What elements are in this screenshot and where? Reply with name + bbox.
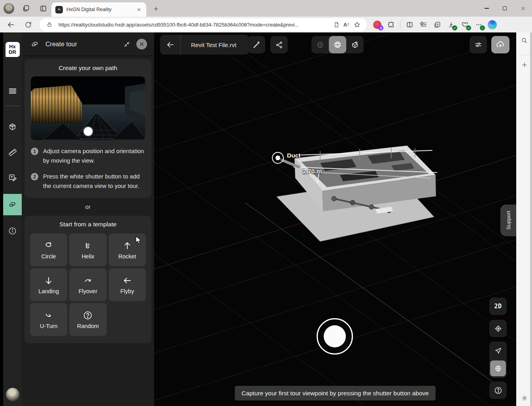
- back-button[interactable]: [160, 35, 181, 55]
- view-settings-button[interactable]: [470, 36, 487, 53]
- template-label: Helix: [81, 253, 94, 260]
- tour-panel-header: Create tour: [22, 32, 154, 56]
- sliders-icon: [474, 40, 483, 49]
- user-avatar[interactable]: [6, 388, 19, 401]
- 3d-viewport[interactable]: Revit Test File.rvt: [154, 32, 516, 406]
- template-flyover-button[interactable]: Flyover: [69, 268, 106, 301]
- browser-tab[interactable]: HxGN Digital Reality: [51, 2, 146, 17]
- shutter-inner-circle: [324, 325, 346, 347]
- downloads-icon[interactable]: ✓: [446, 20, 456, 29]
- favorites-list-icon[interactable]: [419, 20, 428, 29]
- browser-refresh-icon[interactable]: [22, 19, 34, 30]
- template-label: Rocket: [118, 253, 136, 260]
- template-label: Landing: [38, 288, 59, 294]
- duct-annotation-marker[interactable]: [272, 152, 284, 164]
- collapse-panel-icon[interactable]: [121, 38, 133, 50]
- browser-essentials-icon[interactable]: ✓: [460, 20, 470, 29]
- model-mode-button[interactable]: [346, 36, 364, 53]
- sidebar-divider: [519, 55, 530, 55]
- arrow-left-icon: [122, 275, 132, 286]
- template-label: Circle: [42, 253, 56, 260]
- step-2-text: Press the white shutter button to add th…: [43, 172, 146, 191]
- help-button[interactable]: [489, 381, 507, 399]
- collections-icon[interactable]: [432, 20, 442, 29]
- template-label: Flyover: [79, 288, 98, 294]
- shutter-button[interactable]: [317, 318, 353, 355]
- annotation-label: Duct: [287, 152, 300, 159]
- extension-red-icon[interactable]: 3: [372, 20, 382, 29]
- rail-divider: [6, 106, 20, 106]
- extensions-puzzle-icon[interactable]: [386, 20, 396, 29]
- window-edge: [530, 32, 532, 406]
- download-button[interactable]: [491, 36, 509, 53]
- 2d-label: 2D: [494, 303, 502, 310]
- panel-title: Create tour: [45, 41, 121, 48]
- mesh-mode-button[interactable]: [329, 36, 346, 53]
- edge-sidebar: [516, 32, 532, 406]
- cloud-download-icon: [496, 40, 505, 49]
- step-1: 1 Adjust camera position and orientation…: [31, 146, 146, 165]
- sidebar-item-info[interactable]: [3, 222, 22, 240]
- window-close-icon[interactable]: [514, 0, 532, 17]
- window-minimize-icon[interactable]: [477, 0, 496, 17]
- arc-over-icon: [83, 275, 93, 286]
- help-icon: [494, 386, 503, 395]
- locate-button[interactable]: [489, 320, 507, 337]
- template-random-button[interactable]: Random: [69, 303, 106, 336]
- template-flyby-button[interactable]: Flyby: [109, 268, 146, 301]
- share-button[interactable]: [270, 36, 288, 53]
- arrow-down-icon: [43, 275, 54, 286]
- share-icon: [275, 41, 283, 49]
- browser-profile-avatar[interactable]: [4, 3, 14, 14]
- hxdr-logo[interactable]: Hx DR: [6, 42, 20, 57]
- browser-back-icon[interactable]: [5, 19, 17, 30]
- template-grid: Circle Helix Rocket Landing: [25, 228, 151, 343]
- template-uturn-button[interactable]: U-Turn: [30, 303, 67, 336]
- toggle-2d-button[interactable]: 2D: [489, 298, 507, 315]
- sidebar-item-layers[interactable]: [3, 118, 22, 136]
- window-maximize-icon[interactable]: [496, 0, 514, 17]
- point-cloud-mode-button[interactable]: [311, 36, 329, 53]
- page-actions-icon[interactable]: [331, 19, 341, 30]
- render-mode-switcher: [311, 36, 364, 53]
- template-label: U-Turn: [40, 323, 58, 329]
- read-aloud-icon[interactable]: A: [341, 19, 352, 30]
- sidebar-item-measure[interactable]: [3, 143, 22, 161]
- tab-actions-icon[interactable]: [39, 4, 47, 13]
- tab-close-icon[interactable]: [135, 6, 142, 13]
- toolbar-divider: [400, 21, 400, 28]
- workspaces-icon[interactable]: [22, 4, 30, 13]
- magic-wand-button[interactable]: [248, 36, 265, 53]
- model-box-icon: [351, 40, 359, 49]
- template-landing-button[interactable]: Landing: [30, 268, 67, 301]
- step-1-number: 1: [31, 148, 38, 155]
- split-screen-icon[interactable]: [405, 20, 414, 29]
- navigation-mode-group: [489, 341, 507, 378]
- main-menu-button[interactable]: [3, 82, 22, 100]
- url-text[interactable]: https://realitycloudstudio.hxdr.app/asse…: [58, 22, 331, 28]
- favorite-star-icon[interactable]: [352, 19, 362, 30]
- lock-icon[interactable]: [44, 19, 55, 30]
- circle-orbit-icon: [43, 241, 54, 251]
- logo-line1: Hx: [9, 44, 16, 49]
- new-tab-icon[interactable]: [151, 4, 160, 13]
- sidebar-settings-gear-icon[interactable]: [520, 393, 529, 403]
- support-tab[interactable]: Support: [500, 205, 516, 236]
- sidebar-item-annotate[interactable]: [3, 169, 22, 187]
- step-2: 2 Press the white shutter button to add …: [31, 172, 146, 191]
- settings-menu-icon[interactable]: ↑: [474, 20, 483, 29]
- update-badge: ↑: [480, 25, 485, 30]
- sidebar-add-icon[interactable]: [520, 60, 529, 70]
- copilot-icon[interactable]: [488, 20, 497, 29]
- essentials-check-badge: ✓: [466, 25, 471, 30]
- sidebar-search-icon[interactable]: [520, 36, 529, 45]
- orbit-navigation-button[interactable]: [490, 360, 506, 376]
- thumbnail-shutter-dot: [84, 127, 92, 136]
- template-card: Start from a template Circle Helix Rocke…: [25, 216, 151, 343]
- template-circle-button[interactable]: Circle: [30, 233, 67, 266]
- url-bar[interactable]: https://realitycloudstudio.hxdr.app/asse…: [40, 18, 367, 31]
- template-helix-button[interactable]: Helix: [69, 233, 106, 266]
- fly-navigation-button[interactable]: [489, 341, 507, 360]
- close-panel-button[interactable]: [136, 39, 147, 49]
- sidebar-item-tour[interactable]: [3, 194, 22, 215]
